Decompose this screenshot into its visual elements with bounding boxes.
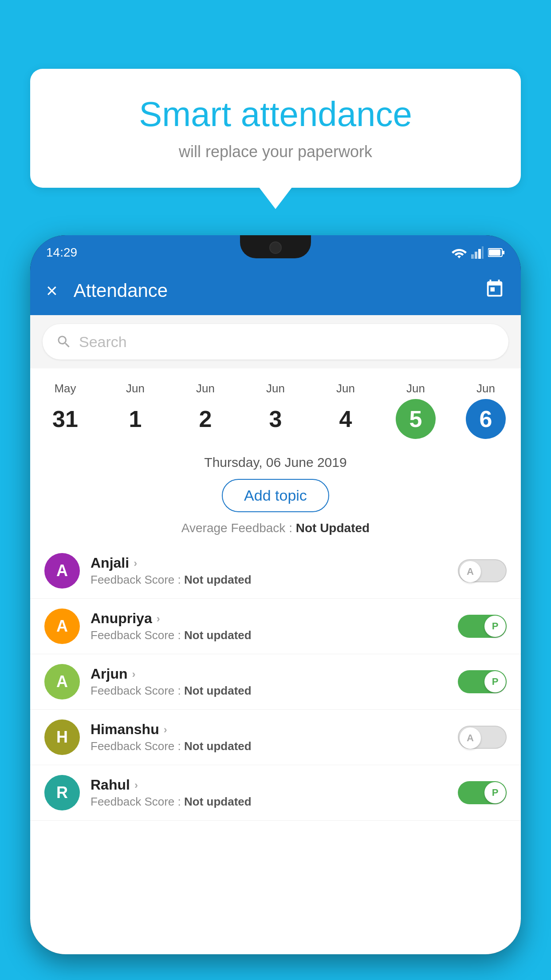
phone-outer: 14:29 — [30, 235, 521, 954]
speech-bubble-container: Smart attendance will replace your paper… — [30, 69, 521, 188]
calendar-day-3[interactable]: Jun3 — [240, 377, 311, 443]
speech-bubble: Smart attendance will replace your paper… — [30, 69, 521, 188]
toggle-container-1[interactable]: P — [458, 615, 507, 638]
student-item-0[interactable]: AAnjali ›Feedback Score : Not updatedA — [30, 543, 521, 599]
calendar-icon — [484, 279, 505, 299]
student-info-3: Himanshu ›Feedback Score : Not updated — [91, 721, 447, 753]
svg-rect-1 — [475, 252, 477, 259]
cal-month-3: Jun — [266, 382, 285, 395]
calendar-button[interactable] — [484, 279, 505, 303]
camera — [269, 241, 282, 254]
calendar-day-6[interactable]: Jun6 — [451, 377, 521, 443]
toggle-0[interactable]: A — [458, 559, 507, 582]
toggle-2[interactable]: P — [458, 670, 507, 693]
cal-month-4: Jun — [336, 382, 355, 395]
bubble-title: Smart attendance — [48, 95, 503, 134]
cal-date-4: 4 — [326, 399, 366, 439]
toggle-3[interactable]: A — [458, 726, 507, 749]
toggle-container-4[interactable]: P — [458, 781, 507, 804]
average-feedback-label: Average Feedback : — [181, 521, 296, 535]
chevron-icon-3: › — [164, 723, 167, 736]
chevron-icon-0: › — [134, 557, 137, 569]
app-bar-title: Attendance — [74, 280, 484, 301]
calendar-day-5[interactable]: Jun5 — [381, 377, 451, 443]
toggle-4[interactable]: P — [458, 781, 507, 804]
student-feedback-1: Feedback Score : Not updated — [91, 628, 447, 642]
cal-date-0: 31 — [45, 399, 85, 439]
wifi-icon — [452, 247, 467, 258]
toggle-container-2[interactable]: P — [458, 670, 507, 693]
cal-month-1: Jun — [126, 382, 145, 395]
student-info-0: Anjali ›Feedback Score : Not updated — [91, 555, 447, 587]
cal-date-3: 3 — [256, 399, 295, 439]
calendar-day-2[interactable]: Jun2 — [170, 377, 240, 443]
screen-content: Search May31Jun1Jun2Jun3Jun4Jun5Jun6 Thu… — [30, 315, 521, 954]
avatar-2: A — [44, 664, 80, 699]
bubble-subtitle: will replace your paperwork — [48, 142, 503, 161]
phone-container: 14:29 — [30, 235, 521, 980]
toggle-container-3[interactable]: A — [458, 726, 507, 749]
svg-rect-6 — [489, 249, 500, 256]
student-info-1: Anupriya ›Feedback Score : Not updated — [91, 610, 447, 642]
cal-month-6: Jun — [476, 382, 495, 395]
student-item-1[interactable]: AAnupriya ›Feedback Score : Not updatedP — [30, 599, 521, 654]
cal-month-0: May — [54, 382, 76, 395]
cal-date-6: 6 — [466, 399, 506, 439]
toggle-knob-4: P — [484, 782, 506, 803]
student-item-3[interactable]: HHimanshu ›Feedback Score : Not updatedA — [30, 710, 521, 765]
search-container: Search — [30, 315, 521, 368]
calendar-strip: May31Jun1Jun2Jun3Jun4Jun5Jun6 — [30, 368, 521, 448]
search-bar[interactable]: Search — [43, 324, 508, 360]
toggle-knob-3: A — [460, 727, 481, 749]
search-icon — [56, 334, 72, 350]
close-button[interactable]: × — [46, 281, 58, 300]
toggle-1[interactable]: P — [458, 615, 507, 638]
toggle-knob-0: A — [460, 561, 481, 582]
cal-date-1: 1 — [115, 399, 155, 439]
add-topic-button[interactable]: Add topic — [222, 479, 329, 512]
average-feedback-value: Not Updated — [296, 521, 370, 535]
student-info-2: Arjun ›Feedback Score : Not updated — [91, 666, 447, 698]
student-name-0: Anjali › — [91, 555, 447, 571]
toggle-knob-2: P — [484, 671, 506, 692]
svg-rect-2 — [478, 249, 481, 259]
svg-rect-3 — [482, 246, 484, 259]
svg-rect-0 — [471, 254, 474, 259]
average-feedback: Average Feedback : Not Updated — [30, 521, 521, 543]
student-item-4[interactable]: RRahul ›Feedback Score : Not updatedP — [30, 765, 521, 821]
calendar-day-4[interactable]: Jun4 — [311, 377, 381, 443]
cal-month-2: Jun — [196, 382, 215, 395]
selected-date-label: Thursday, 06 June 2019 — [30, 448, 521, 474]
calendar-day-0[interactable]: May31 — [30, 377, 100, 443]
student-feedback-2: Feedback Score : Not updated — [91, 684, 447, 698]
student-list: AAnjali ›Feedback Score : Not updatedAAA… — [30, 543, 521, 821]
avatar-1: A — [44, 609, 80, 644]
student-feedback-3: Feedback Score : Not updated — [91, 739, 447, 753]
student-feedback-4: Feedback Score : Not updated — [91, 795, 447, 809]
cal-date-2: 2 — [185, 399, 225, 439]
student-name-2: Arjun › — [91, 666, 447, 682]
student-name-3: Himanshu › — [91, 721, 447, 738]
avatar-4: R — [44, 775, 80, 810]
status-icons — [452, 246, 505, 259]
chevron-icon-4: › — [134, 779, 138, 791]
svg-rect-5 — [503, 251, 504, 254]
battery-icon — [488, 248, 505, 257]
chevron-icon-1: › — [157, 612, 160, 625]
student-feedback-0: Feedback Score : Not updated — [91, 573, 447, 587]
avatar-0: A — [44, 553, 80, 589]
notch — [240, 235, 311, 258]
calendar-day-1[interactable]: Jun1 — [100, 377, 170, 443]
toggle-container-0[interactable]: A — [458, 559, 507, 582]
toggle-knob-1: P — [484, 616, 506, 637]
student-info-4: Rahul ›Feedback Score : Not updated — [91, 777, 447, 809]
student-name-1: Anupriya › — [91, 610, 447, 627]
student-name-4: Rahul › — [91, 777, 447, 793]
chevron-icon-2: › — [132, 668, 136, 680]
student-item-2[interactable]: AArjun ›Feedback Score : Not updatedP — [30, 654, 521, 710]
cal-date-5: 5 — [396, 399, 436, 439]
app-bar: × Attendance — [30, 266, 521, 315]
search-input[interactable]: Search — [79, 333, 127, 351]
status-time: 14:29 — [46, 245, 77, 260]
signal-icon — [471, 246, 484, 259]
